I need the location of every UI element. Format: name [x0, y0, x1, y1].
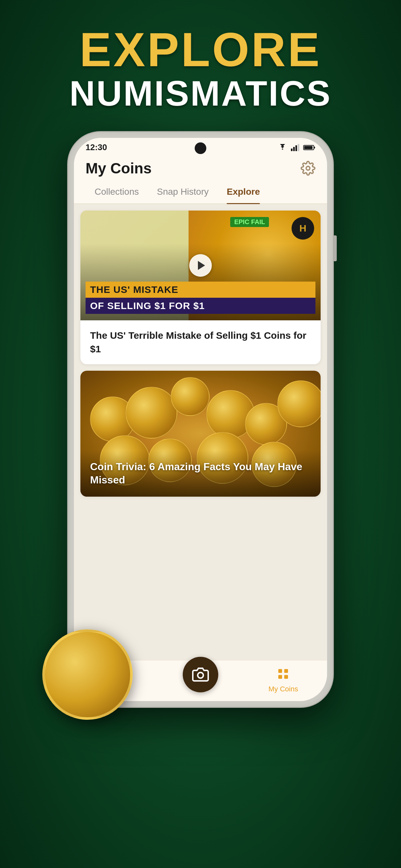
content-area: EPIC FAIL H THE US' MISTAKE OF SELLING $…: [74, 204, 327, 660]
svg-rect-5: [304, 146, 312, 149]
video-title-overlay: THE US' MISTAKE OF SELLING $1 FOR $1: [81, 282, 320, 314]
video-card-body: The US' Terrible Mistake of Selling $1 C…: [81, 320, 320, 364]
camera-button[interactable]: [183, 657, 218, 692]
svg-rect-11: [284, 675, 288, 679]
camera-notch: [195, 143, 206, 154]
phone-wrapper: 12:30: [68, 132, 333, 707]
svg-rect-3: [298, 144, 299, 151]
svg-point-6: [306, 166, 310, 170]
play-button[interactable]: [189, 254, 212, 277]
video-thumbnail: EPIC FAIL H THE US' MISTAKE OF SELLING $…: [81, 211, 320, 320]
hero-numismatics-text: NUMISMATICS: [69, 73, 332, 113]
gold-coin-decoration: [42, 629, 133, 720]
video-card-title: The US' Terrible Mistake of Selling $1 C…: [90, 329, 311, 356]
signal-icon: [291, 144, 300, 151]
my-coins-icon: [275, 665, 291, 682]
nav-my-coins[interactable]: My Coins: [260, 665, 306, 693]
coins-card[interactable]: Coin Trivia: 6 Amazing Facts You May Hav…: [81, 371, 320, 497]
channel-badge: H: [291, 217, 314, 240]
svg-rect-8: [278, 669, 282, 673]
hero-section: EXPLORE NUMISMATICS: [69, 26, 332, 113]
video-title-line1: THE US' MISTAKE: [86, 282, 315, 298]
wifi-icon: [277, 144, 288, 151]
app-title: My Coins: [86, 159, 151, 177]
tab-collections[interactable]: Collections: [86, 180, 148, 204]
tab-explore[interactable]: Explore: [218, 180, 269, 204]
phone-frame: 12:30: [68, 132, 333, 707]
video-card[interactable]: EPIC FAIL H THE US' MISTAKE OF SELLING $…: [81, 211, 320, 364]
svg-rect-2: [296, 145, 297, 151]
svg-rect-1: [293, 147, 295, 151]
svg-rect-9: [284, 669, 288, 673]
settings-icon[interactable]: [301, 161, 315, 176]
hero-explore-text: EXPLORE: [69, 26, 332, 73]
coin-6: [277, 380, 320, 427]
app-header: My Coins: [74, 155, 327, 180]
svg-point-7: [197, 673, 203, 678]
svg-rect-0: [291, 149, 292, 151]
epic-fail-badge: EPIC FAIL: [230, 217, 269, 227]
tabs-bar: Collections Snap History Explore: [74, 180, 327, 204]
coin-2: [126, 387, 177, 438]
svg-rect-10: [278, 675, 282, 679]
my-coins-label: My Coins: [268, 685, 298, 693]
status-time: 12:30: [86, 143, 107, 152]
video-title-line2: OF SELLING $1 FOR $1: [86, 298, 315, 314]
phone-screen: 12:30: [74, 138, 327, 701]
status-icons: [277, 144, 315, 151]
coins-image: Coin Trivia: 6 Amazing Facts You May Hav…: [81, 371, 320, 497]
coin-3: [171, 377, 210, 416]
coins-card-title: Coin Trivia: 6 Amazing Facts You May Hav…: [90, 460, 311, 487]
battery-icon: [303, 144, 315, 151]
coin-text-overlay: Coin Trivia: 6 Amazing Facts You May Hav…: [81, 451, 320, 497]
tab-snap-history[interactable]: Snap History: [148, 180, 218, 204]
